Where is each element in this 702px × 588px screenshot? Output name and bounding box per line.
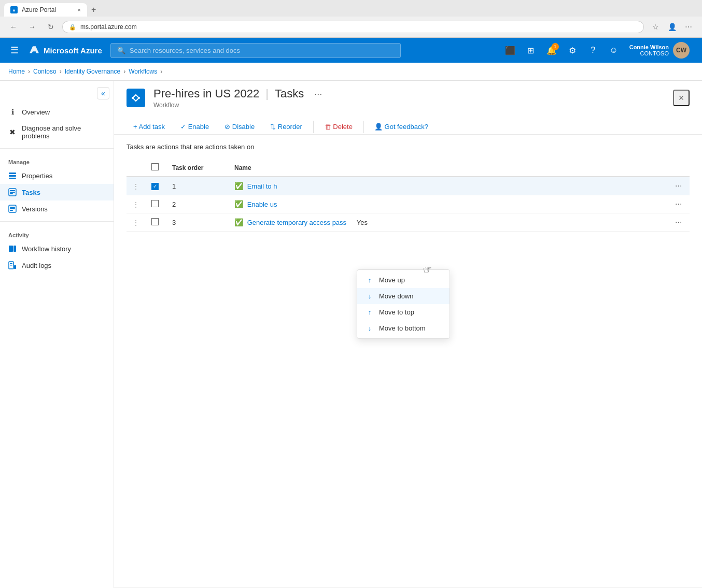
azure-topbar: ☰ Microsoft Azure 🔍 ⬛ ⊞ 🔔 1 ⚙ ? ☺ Connie… bbox=[0, 38, 702, 63]
sidebar-item-diagnose[interactable]: ✖ Diagnose and solve problems bbox=[0, 120, 114, 144]
page-more-button[interactable]: ··· bbox=[314, 89, 322, 99]
sidebar-label-tasks: Tasks bbox=[22, 189, 40, 196]
task-name-link-1[interactable]: Email to h bbox=[247, 182, 277, 190]
user-name: Connie Wilson bbox=[629, 44, 669, 50]
settings-btn[interactable]: ⚙ bbox=[563, 41, 582, 60]
page-wrapper: Pre-hires in US 2022 | Tasks ··· Workflo… bbox=[114, 81, 702, 588]
table-row: ⋮ 2 ✅ Enable us ··· bbox=[127, 195, 690, 213]
user-text: Connie Wilson CONTOSO bbox=[629, 44, 669, 56]
reorder-button[interactable]: ⇅ Reorder bbox=[263, 119, 309, 134]
task-name-link-2[interactable]: Enable us bbox=[247, 200, 277, 208]
menu-item-move-down[interactable]: ↓ Move down bbox=[357, 288, 450, 304]
context-menu: ↑ Move up ↓ Move down ↑ Move to top ↓ Mo… bbox=[357, 269, 450, 339]
tasks-icon bbox=[8, 188, 17, 196]
sidebar-item-overview[interactable]: ℹ Overview bbox=[0, 104, 114, 120]
user-info[interactable]: Connie Wilson CONTOSO CW bbox=[625, 40, 694, 61]
feedback-button[interactable]: 👤 Got feedback? bbox=[368, 120, 434, 134]
new-tab-button[interactable]: + bbox=[87, 3, 100, 17]
drag-icon: ⋮ bbox=[133, 219, 139, 226]
back-button[interactable]: ← bbox=[6, 20, 21, 34]
help-btn[interactable]: ? bbox=[584, 41, 602, 60]
col-checkbox bbox=[145, 159, 166, 177]
delete-button[interactable]: 🗑 Delete bbox=[318, 119, 359, 134]
row-more-1[interactable]: ··· bbox=[675, 181, 682, 190]
breadcrumb-home[interactable]: Home bbox=[8, 68, 25, 75]
browser-tab[interactable]: Azure Portal × bbox=[4, 3, 87, 17]
select-all-checkbox[interactable] bbox=[151, 163, 159, 170]
drag-handle[interactable]: ⋮ bbox=[127, 195, 145, 213]
favorites-icon[interactable]: ☆ bbox=[648, 20, 663, 34]
collapse-icon[interactable]: « bbox=[97, 87, 109, 99]
add-task-button[interactable]: + Add task bbox=[127, 119, 172, 134]
row-more-3[interactable]: ··· bbox=[675, 218, 682, 226]
diagnose-icon: ✖ bbox=[8, 128, 17, 136]
breadcrumb-contoso[interactable]: Contoso bbox=[33, 68, 57, 75]
row-checkbox-1[interactable]: ✓ bbox=[151, 183, 159, 190]
notification-badge: 1 bbox=[552, 43, 559, 50]
svg-rect-11 bbox=[9, 246, 13, 252]
breadcrumb-workflows[interactable]: Workflows bbox=[129, 68, 157, 75]
feedback-btn[interactable]: ☺ bbox=[605, 41, 623, 60]
svg-rect-6 bbox=[10, 193, 13, 194]
row-checkbox-cell[interactable]: ✓ bbox=[145, 177, 166, 195]
search-bar[interactable]: 🔍 bbox=[110, 43, 401, 58]
status-icon-1: ✅ bbox=[234, 182, 243, 190]
tab-title: Azure Portal bbox=[22, 6, 56, 13]
menu-item-move-to-top[interactable]: ↑ Move to top bbox=[357, 304, 450, 320]
drag-handle[interactable]: ⋮ bbox=[127, 177, 145, 195]
tab-close-btn[interactable]: × bbox=[78, 7, 81, 13]
row-checkbox-2[interactable] bbox=[151, 200, 159, 207]
versions-icon bbox=[8, 205, 17, 213]
menu-item-move-up[interactable]: ↑ Move up bbox=[357, 272, 450, 288]
workflow-label: Workflow bbox=[153, 102, 322, 109]
sidebar: « ℹ Overview ✖ Diagnose and solve proble… bbox=[0, 81, 114, 588]
page-header: Pre-hires in US 2022 | Tasks ··· Workflo… bbox=[114, 81, 702, 135]
breadcrumb-identity-governance[interactable]: Identity Governance bbox=[65, 68, 120, 75]
svg-rect-4 bbox=[10, 190, 15, 191]
row-more-2[interactable]: ··· bbox=[675, 199, 682, 208]
task-name-link-3[interactable]: Generate temporary access pass bbox=[247, 219, 346, 226]
row-checkbox-3[interactable] bbox=[151, 218, 159, 225]
status-icon-2: ✅ bbox=[234, 200, 243, 208]
col-drag bbox=[127, 159, 145, 177]
page-subtitle: Tasks bbox=[275, 87, 304, 101]
address-text: ms.portal.azure.com bbox=[80, 23, 137, 31]
row-checkbox-cell[interactable] bbox=[145, 213, 166, 232]
sidebar-item-audit-logs[interactable]: Audit logs bbox=[0, 257, 114, 274]
col-name: Name bbox=[228, 159, 669, 177]
sidebar-item-tasks[interactable]: Tasks bbox=[0, 184, 114, 200]
disable-button[interactable]: ⊘ Disable bbox=[218, 119, 261, 134]
profile-icon[interactable]: 👤 bbox=[665, 20, 679, 34]
task-name-cell-1: ✅ Email to h bbox=[228, 177, 669, 195]
directory-btn[interactable]: ⊞ bbox=[522, 41, 540, 60]
browser-more-icon[interactable]: ⋯ bbox=[681, 20, 696, 34]
sidebar-item-workflow-history[interactable]: Workflow history bbox=[0, 240, 114, 257]
row-actions-cell-1[interactable]: ··· bbox=[669, 177, 690, 195]
svg-rect-5 bbox=[10, 192, 15, 193]
sidebar-item-versions[interactable]: Versions bbox=[0, 200, 114, 217]
notifications-btn[interactable]: 🔔 1 bbox=[542, 41, 561, 60]
close-button[interactable]: × bbox=[673, 90, 690, 106]
row-checkbox-cell[interactable] bbox=[145, 195, 166, 213]
drag-handle[interactable]: ⋮ bbox=[127, 213, 145, 232]
refresh-button[interactable]: ↻ bbox=[44, 20, 58, 34]
sidebar-section-activity: Activity bbox=[0, 226, 114, 240]
enable-button[interactable]: ✓ Enable bbox=[174, 119, 216, 134]
forward-button[interactable]: → bbox=[25, 20, 39, 34]
avatar: CW bbox=[673, 42, 690, 59]
svg-rect-16 bbox=[14, 265, 16, 269]
address-bar[interactable]: 🔒 ms.portal.azure.com bbox=[62, 21, 644, 33]
menu-item-move-to-bottom[interactable]: ↓ Move to bottom bbox=[357, 320, 450, 336]
row-actions-cell-2[interactable]: ··· bbox=[669, 195, 690, 213]
svg-rect-0 bbox=[9, 173, 16, 174]
cloud-shell-btn[interactable]: ⬛ bbox=[501, 41, 520, 60]
svg-point-17 bbox=[132, 97, 134, 99]
brand-name: Microsoft Azure bbox=[44, 46, 102, 55]
search-input[interactable] bbox=[130, 47, 394, 54]
sidebar-divider-1 bbox=[0, 148, 114, 149]
sidebar-item-properties[interactable]: Properties bbox=[0, 167, 114, 184]
page-title-row: Pre-hires in US 2022 | Tasks ··· Workflo… bbox=[127, 87, 690, 115]
row-actions-cell-3[interactable]: ··· bbox=[669, 213, 690, 232]
hamburger-menu[interactable]: ☰ bbox=[8, 42, 21, 58]
task-name-cell-3: ✅ Generate temporary access pass Yes bbox=[228, 213, 669, 232]
